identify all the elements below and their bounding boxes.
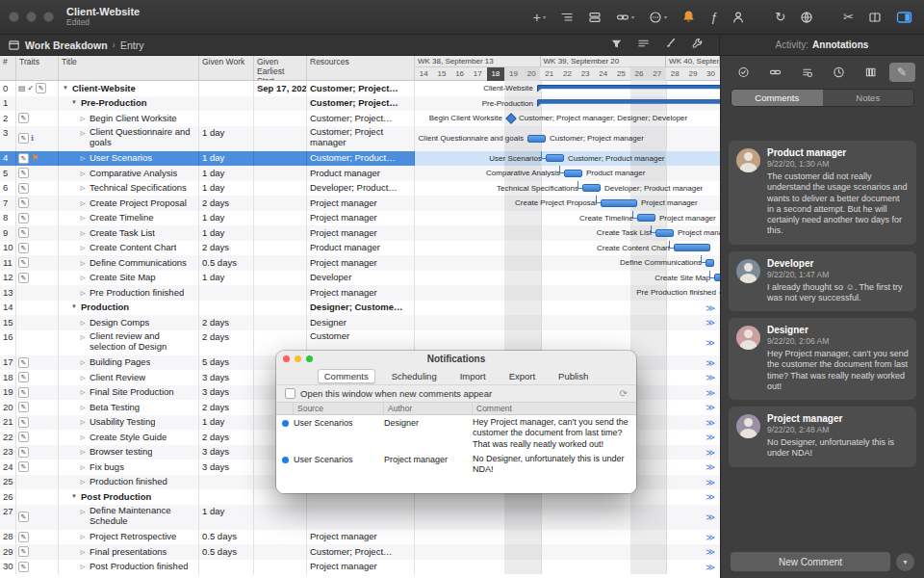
style-button[interactable]: [664, 37, 677, 54]
note-icon[interactable]: ✎: [18, 113, 29, 123]
notification-row[interactable]: User ScenariosDesignerHey Project manage…: [276, 415, 636, 452]
disclosure-leaf-icon[interactable]: ▷: [79, 287, 87, 296]
task-bar[interactable]: [706, 259, 714, 267]
badge-tool-button[interactable]: [731, 63, 757, 82]
notif-tab-import[interactable]: Import: [453, 369, 493, 383]
cell-title[interactable]: ▷Define Communications: [59, 255, 199, 271]
note-icon[interactable]: ✎: [18, 387, 29, 398]
new-comment-button[interactable]: New Comment: [731, 552, 890, 571]
rows-button[interactable]: [586, 9, 603, 26]
comment-card[interactable]: Product manager9/22/20, 1:30 AMThe custo…: [729, 141, 916, 245]
disclosure-leaf-icon[interactable]: ▷: [79, 386, 87, 395]
note-icon[interactable]: ✎: [18, 512, 29, 522]
disclosure-leaf-icon[interactable]: ▷: [79, 227, 87, 236]
task-bar[interactable]: [601, 199, 637, 207]
disclosure-leaf-icon[interactable]: ▷: [79, 152, 87, 161]
disclosure-leaf-icon[interactable]: ▷: [79, 446, 87, 455]
note-icon[interactable]: ✎: [18, 402, 29, 412]
overflow-indicator[interactable]: ≫: [706, 355, 714, 371]
note-icon[interactable]: ✎: [18, 417, 29, 428]
note-icon[interactable]: ✎: [18, 243, 29, 253]
cell-title[interactable]: ▷Building Pages: [59, 355, 199, 371]
disclosure-leaf-icon[interactable]: ▷: [79, 506, 87, 514]
disclosure-leaf-icon[interactable]: ▷: [79, 168, 87, 176]
disclosure-leaf-icon[interactable]: ▷: [79, 113, 87, 121]
tab-notes[interactable]: Notes: [823, 90, 914, 106]
table-row[interactable]: 4✎⚑▷User Scenarios1 dayCustomer; Product…: [0, 151, 720, 167]
disclosure-open-icon[interactable]: ▼: [70, 491, 78, 499]
table-row[interactable]: 30✎▷Post Production finishedProject mana…: [0, 560, 720, 575]
columns-button[interactable]: [637, 37, 650, 54]
filter-button[interactable]: [610, 37, 623, 54]
attach-tool-button[interactable]: [762, 63, 788, 82]
cell-title[interactable]: ▷Client Review: [59, 370, 199, 385]
panes-button[interactable]: [866, 9, 884, 26]
network-button[interactable]: [798, 9, 815, 26]
cell-title[interactable]: ▷Design Comps: [59, 315, 199, 330]
comment-card[interactable]: Developer9/22/20, 1:47 AMI already thoug…: [729, 251, 916, 312]
table-row[interactable]: 0▤✓✎▼Client-WebsiteSep 17, 2020Customer;…: [0, 81, 720, 96]
cell-title[interactable]: ▷Beta Testing: [59, 400, 199, 415]
cell-title[interactable]: ▷Create Content Chart: [59, 241, 199, 256]
breadcrumb-item[interactable]: Entry: [120, 39, 144, 51]
table-row[interactable]: 3✎ℹ▷Client Questionnaire and goals1 dayC…: [0, 126, 720, 151]
activity-value[interactable]: Annotations: [812, 39, 868, 50]
close-button[interactable]: [9, 12, 19, 22]
note-icon[interactable]: ✎: [18, 432, 29, 442]
note-icon[interactable]: ✎: [18, 168, 29, 178]
table-row[interactable]: 12✎▷Create Site Map1 dayDeveloperCreate …: [0, 271, 720, 286]
check-icon[interactable]: ✓: [28, 85, 35, 92]
column-header-start[interactable]: Given Earliest Start: [254, 56, 307, 80]
column-header-resources[interactable]: Resources: [307, 56, 415, 80]
grid-tool-button[interactable]: [858, 63, 884, 82]
overflow-indicator[interactable]: ≫: [706, 415, 714, 431]
column-header-title[interactable]: Title: [59, 56, 199, 80]
overflow-indicator[interactable]: ≫: [706, 330, 714, 355]
cell-title[interactable]: ▼Production: [59, 301, 199, 316]
zoom-button[interactable]: [43, 12, 54, 22]
disclosure-leaf-icon[interactable]: ▷: [79, 432, 87, 440]
disclosure-leaf-icon[interactable]: ▷: [79, 212, 87, 221]
minimize-button[interactable]: [295, 355, 301, 362]
overflow-indicator[interactable]: ≫: [706, 475, 714, 490]
cell-title[interactable]: ▷Final presentations: [59, 544, 199, 560]
note-icon[interactable]: ✎: [18, 197, 29, 208]
cell-title[interactable]: ▷Create Timeline: [59, 211, 199, 226]
disclosure-leaf-icon[interactable]: ▷: [79, 546, 87, 555]
link-button[interactable]: ▾: [614, 9, 636, 26]
disclosure-leaf-icon[interactable]: ▷: [79, 242, 87, 250]
bell-button[interactable]: [680, 8, 698, 26]
settings-button[interactable]: [691, 37, 704, 54]
overflow-indicator[interactable]: ≫: [706, 301, 714, 316]
tab-comments[interactable]: Comments: [732, 90, 823, 106]
cell-title[interactable]: ▼Post Production: [59, 489, 199, 505]
task-bar[interactable]: [637, 214, 655, 222]
cell-title[interactable]: ▷Technical Specifications: [59, 181, 199, 197]
disclosure-leaf-icon[interactable]: ▷: [79, 317, 87, 326]
table-row[interactable]: 29✎▷Final presentations0.5 daysCustomer;…: [0, 544, 720, 560]
cell-title[interactable]: ▷Project Retrospective: [59, 530, 199, 545]
disclosure-open-icon[interactable]: ▼: [70, 97, 78, 105]
disclosure-leaf-icon[interactable]: ▷: [79, 416, 87, 425]
disclosure-leaf-icon[interactable]: ▷: [79, 182, 87, 191]
cell-title[interactable]: ▷Fix bugs: [59, 460, 199, 475]
table-row[interactable]: 15▷Design Comps2 daysDesigner≫: [0, 315, 720, 330]
overflow-indicator[interactable]: ≫: [706, 505, 714, 530]
cell-title[interactable]: ▷Browser testing: [59, 445, 199, 460]
table-row[interactable]: 11✎▷Define Communications0.5 daysProject…: [0, 255, 720, 271]
overflow-indicator[interactable]: ≫: [706, 544, 714, 560]
cell-title[interactable]: ▷User Scenarios: [59, 151, 199, 167]
refresh-icon[interactable]: ⟳: [620, 388, 628, 399]
note-icon[interactable]: ✎: [18, 447, 29, 458]
outline-button[interactable]: [558, 9, 576, 26]
info-icon[interactable]: ℹ: [31, 135, 34, 143]
note-icon[interactable]: ✎: [18, 257, 29, 268]
minimize-button[interactable]: [26, 12, 37, 22]
note-icon[interactable]: ✎: [18, 213, 29, 223]
note-icon[interactable]: ✎: [18, 546, 29, 557]
list-tool-button[interactable]: [794, 63, 820, 82]
notif-column-header-author[interactable]: Author: [384, 403, 473, 414]
column-header-traits[interactable]: Traits: [16, 56, 59, 80]
overflow-indicator[interactable]: ≫: [706, 400, 714, 415]
column-header-work[interactable]: Given Work: [199, 56, 254, 80]
